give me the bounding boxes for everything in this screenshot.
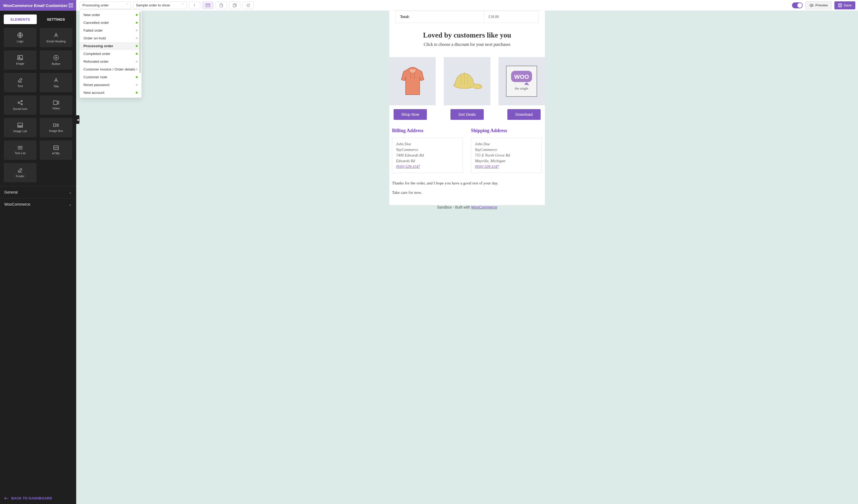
edit-icon	[17, 167, 23, 173]
tab-elements[interactable]: ELEMENTS	[4, 15, 37, 24]
element-image-list[interactable]: Image List	[4, 118, 36, 137]
save-icon	[838, 3, 842, 7]
cta-get-deals[interactable]: Get Deals	[450, 109, 484, 120]
sample-order-value: Sample order to show	[136, 3, 170, 7]
dropdown-item[interactable]: Cancelled order	[80, 19, 141, 27]
order-type-value: Processing order	[82, 3, 109, 7]
product-card[interactable]	[444, 57, 490, 105]
element-image[interactable]: Image	[4, 50, 36, 70]
save-button[interactable]: Save	[835, 1, 855, 10]
copy-icon	[233, 3, 237, 7]
info-button[interactable]: i	[189, 2, 200, 9]
dropdown-item[interactable]: Completed order	[80, 50, 141, 58]
svg-point-6	[19, 56, 20, 58]
billing-phone[interactable]: (910) 529-1147	[396, 164, 459, 169]
dropdown-item[interactable]: New order	[80, 11, 141, 19]
video-icon	[53, 100, 59, 105]
dropdown-item-label: Refunded order	[83, 60, 109, 64]
info-icon: i	[194, 3, 195, 7]
element-title[interactable]: Title	[40, 73, 73, 92]
svg-rect-18	[233, 4, 235, 7]
chevron-up-icon: ˄	[126, 3, 128, 7]
product-card[interactable]: WOOthe single	[498, 57, 545, 105]
shipping-box: John Doe YayCommerce 755 E North Grove R…	[471, 138, 542, 173]
footer-link[interactable]: WooCommerce	[471, 205, 497, 209]
element-text[interactable]: Text	[4, 73, 36, 92]
globe-icon	[17, 32, 23, 38]
element-video[interactable]: Video	[40, 95, 73, 115]
element-button[interactable]: Button	[40, 50, 73, 70]
back-to-dashboard[interactable]: BACK TO DASHBOARD	[0, 492, 76, 504]
email-canvas[interactable]: Total: £18.00 Loved by customers like yo…	[76, 11, 858, 504]
dropdown-item[interactable]: Customer invoice / Order details	[80, 65, 141, 73]
element-label: Image	[16, 62, 25, 65]
sample-order-select[interactable]: Sample order to show ˅	[133, 2, 187, 9]
preview-button[interactable]: Preview	[806, 1, 832, 10]
element-social-icon[interactable]: Social Icon	[4, 95, 36, 115]
dropdown-scrollbar[interactable]	[139, 12, 141, 90]
cta-download[interactable]: Download	[507, 109, 541, 120]
svg-text:the  single: the single	[515, 86, 528, 90]
file-button[interactable]	[216, 2, 227, 9]
element-text-list[interactable]: Text List	[4, 141, 36, 160]
element-label: Text	[17, 84, 23, 88]
cta-shop-now[interactable]: Shop Now	[394, 109, 427, 120]
dropdown-item[interactable]: Refunded order	[80, 58, 141, 65]
email-footer: Sandbox - Built with WooCommerce	[76, 205, 858, 209]
element-label: HTML	[52, 152, 60, 155]
shipping-phone[interactable]: (910) 529-1147	[475, 164, 538, 169]
file-icon	[220, 3, 223, 7]
elements-grid: LogoEmail HeadingImageButtonTextTitleSoc…	[0, 24, 76, 186]
element-image-box[interactable]: Image Box	[40, 118, 73, 137]
billing-column: Billing Address John Doe YayCommerce 740…	[392, 128, 463, 173]
dropdown-item-label: Failed order	[83, 29, 103, 32]
tab-settings[interactable]: SETTINGS	[39, 15, 73, 24]
group-woocommerce[interactable]: WooCommerce ⌄	[0, 198, 76, 210]
dropdown-item[interactable]: Processing order	[80, 42, 141, 50]
dropdown-item[interactable]: Customer note	[80, 73, 141, 81]
dropdown-item[interactable]: Failed order	[80, 27, 141, 34]
svg-rect-15	[53, 124, 55, 127]
status-dot-icon	[136, 37, 138, 39]
refresh-icon	[246, 3, 250, 7]
chevron-down-icon: ⌄	[69, 202, 72, 207]
preview-label: Preview	[815, 3, 828, 7]
status-dot-icon	[136, 92, 138, 94]
dropdown-item-label: Reset password	[83, 83, 110, 87]
shipping-title: Shipping Address	[471, 128, 542, 133]
element-footer[interactable]: Footer	[4, 163, 36, 182]
element-email-heading[interactable]: Email Heading	[40, 28, 73, 47]
status-dot-icon	[136, 61, 138, 63]
svg-rect-11	[53, 101, 57, 104]
element-label: Text List	[15, 151, 26, 155]
sidebar-collapse-handle[interactable]: ◀	[76, 115, 79, 124]
element-logo[interactable]: Logo	[4, 28, 36, 47]
element-label: Social Icon	[13, 107, 27, 111]
footer-prefix: Sandbox - Built with	[437, 205, 472, 209]
element-html[interactable]: HTML	[40, 141, 73, 160]
shipping-line1: 755 E North Grove Rd	[475, 152, 538, 158]
order-type-select[interactable]: Processing order ˄	[79, 2, 131, 9]
dropdown-item-label: Customer note	[83, 75, 107, 79]
mail-icon	[206, 4, 210, 7]
copy-button[interactable]	[229, 2, 240, 9]
sidebar-header: WooCommerce Email Customizer	[0, 0, 76, 11]
element-label: Footer	[16, 175, 25, 178]
svg-point-22	[464, 72, 465, 74]
edit-icon	[17, 78, 23, 83]
billing-line2: Edwards Rd	[396, 158, 459, 164]
enable-toggle[interactable]	[792, 2, 803, 8]
dashboard-grid-icon[interactable]	[69, 3, 73, 7]
billing-box: John Doe YayCommerce 7400 Edwards Rd Edw…	[392, 138, 463, 173]
svg-point-10	[21, 104, 22, 105]
group-general[interactable]: General ⌄	[0, 186, 76, 198]
mail-view-button[interactable]	[202, 2, 213, 9]
lines-icon	[17, 146, 23, 150]
svg-point-9	[21, 100, 22, 102]
dropdown-item[interactable]: Reset password	[80, 81, 141, 89]
dropdown-item[interactable]: Order on-hold	[80, 34, 141, 42]
dropdown-item[interactable]: New account	[80, 89, 141, 97]
refresh-button[interactable]	[242, 2, 254, 9]
billing-name: John Doe	[396, 141, 459, 147]
product-card[interactable]	[389, 57, 436, 105]
